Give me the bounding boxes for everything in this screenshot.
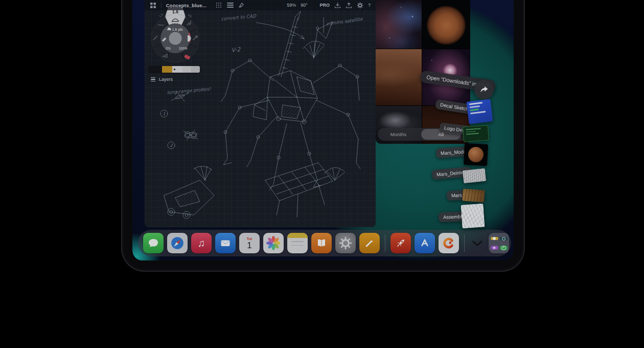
annotation-satellite-note: comms satellite bbox=[326, 16, 364, 27]
app-store-icon[interactable] bbox=[415, 233, 435, 253]
swatch-black[interactable] bbox=[149, 66, 162, 73]
layers-control[interactable]: Layers bbox=[151, 77, 173, 82]
app-library-icon[interactable]: ★ bbox=[489, 233, 509, 253]
toolbar-separator bbox=[161, 3, 162, 8]
mini-clock-icon bbox=[500, 246, 508, 250]
photos-app-icon[interactable] bbox=[263, 233, 284, 253]
pen-sketch-app-icon[interactable] bbox=[359, 233, 380, 253]
dock: ♫ Tue 1 bbox=[138, 230, 511, 256]
drag-thumb-assembly[interactable] bbox=[461, 204, 485, 229]
annotation-number-2: 2 bbox=[170, 143, 173, 148]
calendar-app-icon[interactable]: Tue 1 bbox=[239, 233, 260, 253]
document-title[interactable]: Concepts_blue... bbox=[166, 3, 206, 8]
wheel-size-right: 3.5 bbox=[187, 13, 192, 18]
export-icon[interactable] bbox=[346, 2, 352, 9]
rotation-value[interactable]: 90° bbox=[301, 3, 308, 8]
drag-thumb-mars-model[interactable] bbox=[464, 143, 488, 166]
safari-app-icon[interactable] bbox=[167, 233, 188, 253]
layers-stack-icon[interactable] bbox=[227, 2, 234, 9]
photos-flower-icon bbox=[266, 235, 281, 251]
dock-divider-1 bbox=[385, 234, 385, 252]
books-app-icon[interactable] bbox=[311, 233, 332, 253]
drag-thumb-logo-detail[interactable] bbox=[463, 125, 489, 142]
concepts-toolbar: Concepts_blue... 59% 90° PRO bbox=[145, 0, 376, 10]
stage: convert to CAD comms satellite V-2 long-… bbox=[0, 0, 644, 348]
share-arrow-icon bbox=[479, 85, 489, 94]
swatch-selection-dot bbox=[174, 69, 175, 70]
mini-tips-icon bbox=[491, 237, 498, 240]
dots-grid-icon[interactable] bbox=[216, 2, 222, 9]
tab-months[interactable]: Months bbox=[390, 128, 406, 141]
photo-mars-surface[interactable] bbox=[376, 49, 422, 105]
notes-header bbox=[287, 233, 308, 238]
messages-app-icon[interactable] bbox=[143, 233, 164, 253]
photo-mars-planet[interactable] bbox=[422, 0, 470, 49]
pro-badge[interactable]: PRO bbox=[319, 3, 330, 8]
chevron-down-icon bbox=[472, 241, 482, 246]
dock-divider-2 bbox=[464, 234, 465, 252]
annotation-probes-note: long-range probes! bbox=[167, 86, 211, 95]
notes-app-icon[interactable] bbox=[287, 233, 308, 253]
swatch-dim-gray[interactable] bbox=[191, 66, 200, 73]
calendar-day: 1 bbox=[247, 241, 251, 251]
mini-star-icon: ★ bbox=[491, 246, 498, 250]
settings-app-icon[interactable] bbox=[335, 233, 356, 253]
help-button[interactable]: ? bbox=[368, 3, 371, 8]
import-icon[interactable] bbox=[334, 2, 341, 9]
app-grid-icon[interactable] bbox=[150, 2, 156, 9]
tool-wheel[interactable]: 1.3 3.5 1.6 1.6 pts 0% 100% bbox=[148, 4, 203, 69]
music-note-glyph: ♫ bbox=[198, 238, 205, 248]
dock-chevron-button[interactable] bbox=[470, 233, 485, 253]
annotation-version-note: V-2 bbox=[231, 46, 241, 54]
wheel-active-tool: 1.6 pts bbox=[172, 28, 183, 32]
ipad-bezel: convert to CAD comms satellite V-2 long-… bbox=[121, 0, 525, 272]
wheel-opacity-max: 100% bbox=[179, 47, 188, 50]
layers-label: Layers bbox=[159, 77, 173, 82]
swatch-gray[interactable] bbox=[182, 66, 191, 73]
wheel-size-left: 1.3 bbox=[158, 13, 164, 17]
c-logo-app-icon[interactable] bbox=[439, 233, 459, 253]
mini-camera-icon bbox=[500, 237, 508, 241]
share-button[interactable] bbox=[474, 80, 494, 99]
color-swatch-bar[interactable] bbox=[149, 66, 200, 73]
swatch-gold[interactable] bbox=[162, 66, 172, 73]
photo-horsehead-nebula[interactable] bbox=[376, 0, 422, 49]
annotation-number-1: 1 bbox=[163, 112, 166, 116]
wheel-opacity-min: 0% bbox=[166, 47, 171, 50]
settings-gear-icon[interactable] bbox=[357, 2, 363, 9]
drag-thumb-mars-deimos[interactable] bbox=[463, 168, 486, 183]
concepts-window[interactable]: convert to CAD comms satellite V-2 long-… bbox=[145, 0, 376, 227]
music-app-icon[interactable]: ♫ bbox=[191, 233, 212, 253]
annotation-arrow-note: convert to CAD bbox=[221, 13, 257, 21]
mail-app-icon[interactable] bbox=[215, 233, 236, 253]
drag-thumb-decal-sketches[interactable] bbox=[466, 99, 493, 124]
pen-nib-icon[interactable] bbox=[238, 2, 245, 9]
ipad-screen: convert to CAD comms satellite V-2 long-… bbox=[132, 0, 514, 260]
layers-menu-icon bbox=[151, 77, 155, 82]
zoom-level[interactable]: 59% bbox=[287, 3, 296, 8]
drag-thumb-mars[interactable] bbox=[462, 189, 485, 203]
rocket-app-icon[interactable] bbox=[390, 233, 411, 253]
